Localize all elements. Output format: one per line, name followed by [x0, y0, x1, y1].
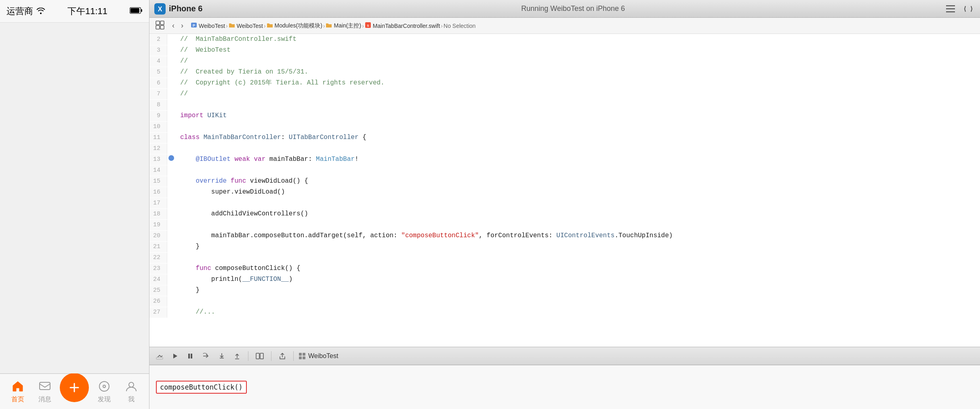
code-line-14: 14: [149, 165, 980, 176]
sep1: ›: [226, 23, 228, 29]
breadcrumb-swift-file-label: MainTabBarController.swift: [373, 23, 440, 29]
breadcrumb-weibotest-project[interactable]: P WeiboTest: [191, 22, 225, 30]
svg-rect-24: [260, 353, 263, 359]
svg-rect-13: [160, 21, 164, 25]
code-line-25: 25 }: [149, 285, 980, 296]
split-button[interactable]: [961, 4, 975, 14]
code-line-22: 22: [149, 252, 980, 263]
carrier-label: 运营商: [6, 5, 33, 17]
svg-rect-11: [946, 11, 955, 13]
project-icon: P: [191, 22, 197, 30]
svg-rect-23: [256, 353, 259, 359]
xcode-bottom-toolbar: WeiboTest: [149, 347, 980, 365]
code-line-8: 8: [149, 99, 980, 110]
debug-output-text: composeButtonClick(): [156, 381, 247, 394]
folder-yellow-icon3: [326, 22, 332, 29]
svg-rect-21: [188, 354, 190, 358]
step-into-button[interactable]: [216, 351, 228, 361]
messages-icon: [38, 379, 52, 394]
toolbar-project: WeiboTest: [299, 352, 338, 360]
swift-file-icon: S: [365, 22, 371, 30]
xcode-app-icon: X: [154, 3, 166, 15]
svg-rect-26: [303, 353, 305, 356]
tab-home-label: 首页: [11, 395, 24, 404]
svg-rect-2: [130, 8, 139, 13]
run-continue-button[interactable]: [169, 351, 181, 361]
tab-profile[interactable]: 我: [119, 379, 143, 404]
code-line-2: 2 // MainTabBarController.swift: [149, 34, 980, 45]
tab-messages[interactable]: 消息: [33, 379, 57, 404]
svg-rect-27: [299, 356, 302, 359]
profile-icon: [124, 379, 139, 394]
breadcrumb-weibotest-project-label: WeiboTest: [199, 23, 225, 29]
code-line-23: 23 func composeButtonClick() {: [149, 263, 980, 274]
toolbar-sep1: [248, 351, 248, 361]
code-line-9: 9 import UIKit: [149, 110, 980, 121]
breadcrumb-weibotest-folder[interactable]: WeiboTest: [229, 22, 263, 29]
breadcrumb-no-selection-label: No Selection: [444, 23, 475, 29]
debug-output: composeButtonClick(): [149, 365, 980, 409]
code-line-16: 16 super.viewDidLoad(): [149, 187, 980, 198]
breadcrumb-back[interactable]: ‹: [170, 21, 177, 31]
folder-yellow-icon2: [267, 22, 273, 29]
svg-point-5: [103, 385, 105, 388]
share-button[interactable]: [276, 351, 288, 361]
breadcrumb-forward[interactable]: ›: [179, 21, 186, 31]
xcode-breadcrumb: ‹ › P WeiboTest › WeiboTest ›: [149, 18, 980, 34]
code-line-4: 4 //: [149, 56, 980, 67]
status-right: [130, 6, 143, 16]
toolbar-sep2: [271, 351, 271, 361]
tab-home[interactable]: 首页: [6, 379, 30, 404]
menu-button[interactable]: [944, 4, 957, 14]
code-line-5: 5 // Created by Tieria on 15/5/31.: [149, 67, 980, 78]
sep5: ›: [441, 23, 443, 29]
breadcrumb-main-folder[interactable]: Main(主控): [326, 22, 361, 30]
xcode-titlebar: X iPhone 6 Running WeiboTest on iPhone 6: [149, 0, 980, 18]
discover-icon: [97, 379, 111, 394]
battery-icon: [130, 6, 143, 16]
svg-text:X: X: [158, 6, 162, 13]
code-line-3: 3 // WeiboTest: [149, 45, 980, 56]
code-content[interactable]: 2 // MainTabBarController.swift 3 // Wei…: [149, 34, 980, 347]
svg-rect-1: [141, 9, 142, 12]
simulator-content: [0, 23, 149, 373]
code-line-11: 11 class MainTabBarController: UITabBarC…: [149, 132, 980, 143]
code-line-24: 24 println(__FUNCTION__): [149, 274, 980, 285]
code-line-20: 20 mainTabBar.composeButton.addTarget(se…: [149, 230, 980, 241]
toolbar-project-name: WeiboTest: [308, 352, 338, 360]
step-over-button[interactable]: [200, 351, 212, 361]
code-editor[interactable]: 2 // MainTabBarController.swift 3 // Wei…: [149, 34, 980, 347]
svg-point-6: [129, 382, 134, 387]
svg-text:P: P: [193, 23, 195, 27]
titlebar-right: [944, 4, 975, 14]
tab-messages-label: 消息: [38, 395, 51, 404]
code-line-17: 17: [149, 198, 980, 209]
code-line-15: 15 override func viewDidLoad() {: [149, 176, 980, 187]
compose-button[interactable]: [60, 373, 89, 402]
view-split-button[interactable]: [253, 351, 266, 361]
code-line-21: 21 }: [149, 241, 980, 252]
grid-layout-button[interactable]: [154, 20, 166, 32]
tab-discover[interactable]: 发现: [92, 379, 116, 404]
debug-area-toggle[interactable]: [154, 351, 166, 361]
svg-rect-10: [946, 8, 955, 9]
step-out-button[interactable]: [231, 351, 243, 361]
svg-rect-12: [156, 21, 160, 25]
code-line-7: 7 //: [149, 89, 980, 99]
pause-button[interactable]: [184, 351, 196, 361]
svg-rect-25: [299, 353, 302, 356]
code-line-26: 26: [149, 296, 980, 307]
svg-rect-22: [191, 354, 192, 358]
simulator-tab-bar: 首页 消息: [0, 373, 149, 409]
svg-rect-3: [40, 382, 50, 390]
code-line-12: 12: [149, 143, 980, 154]
breadcrumb-no-selection: No Selection: [444, 23, 475, 29]
breadcrumb-modules-folder[interactable]: Modules(功能模块): [267, 22, 322, 30]
tab-compose[interactable]: [60, 381, 89, 402]
titlebar-left: X iPhone 6: [154, 3, 202, 15]
svg-rect-15: [160, 25, 164, 29]
breadcrumb-swift-file[interactable]: S MainTabBarController.swift: [365, 22, 440, 30]
code-line-6: 6 // Copyright (c) 2015年 Tieria. All rig…: [149, 78, 980, 89]
code-line-10: 10: [149, 121, 980, 132]
status-time: 下午11:11: [67, 5, 107, 17]
